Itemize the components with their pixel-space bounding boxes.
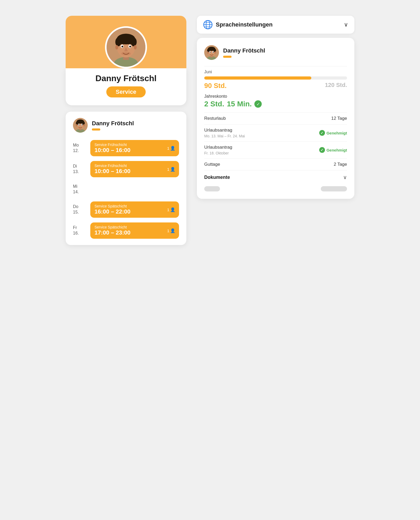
profile-avatar-large (105, 26, 147, 68)
resturlaub-label: Resturlaub (204, 116, 226, 121)
hours-row: 90 Std. 120 Std. (204, 82, 347, 90)
shift-block-fr[interactable]: Service Spätschicht 17:00 – 23:00 1 👤 (90, 222, 179, 239)
urlaubsantrag-1-row: Urlaubsantrag Mo. 13. Mai – Fr. 24. Mai … (204, 128, 347, 138)
guttage-label: Guttage (204, 162, 220, 167)
detail-name: Danny Frötschl (223, 47, 265, 54)
svg-point-11 (122, 46, 123, 47)
urlaubsantrag-1-info: Urlaubsantrag Mo. 13. Mai – Fr. 24. Mai (204, 128, 245, 138)
schedule-row-fr: Fr 16. Service Spätschicht 17:00 – 23:00… (73, 222, 179, 239)
shift-block-mi-empty (90, 182, 179, 197)
dokumente-label: Dokumente (204, 175, 230, 180)
hours-current: 90 Std. (204, 82, 227, 90)
resturlaub-row: Resturlaub 12 Tage (204, 112, 347, 124)
month-section: Juni (204, 70, 347, 74)
schedule-row-di: Di 13. Service Frühschicht 10:00 – 16:00… (73, 161, 179, 177)
detail-service-badge (223, 56, 232, 58)
schedule-profile-info: Danny Frötschl (92, 120, 134, 131)
urlaubsantrag-2-info: Urlaubsantrag Fr. 18. Oktober (204, 145, 232, 155)
schedule-rows: Mo 12. Service Frühschicht 10:00 – 16:00… (73, 140, 179, 239)
svg-point-25 (78, 124, 80, 126)
svg-point-5 (115, 38, 121, 46)
schedule-row-do: Do 15. Service Spätschicht 16:00 – 22:00… (73, 201, 179, 218)
dokumente-row[interactable]: Dokumente ∨ (204, 170, 347, 184)
svg-point-12 (129, 46, 131, 47)
svg-point-40 (214, 51, 216, 54)
urlaubsantrag-1-status: ✓ Genehmigt (319, 130, 347, 136)
svg-point-26 (82, 124, 83, 126)
svg-point-13 (121, 52, 131, 56)
schedule-service-badge (92, 128, 100, 131)
day-label-di: Di 13. (73, 164, 86, 175)
schedule-name: Danny Frötschl (92, 120, 134, 127)
divider-1 (204, 66, 347, 66)
schedule-row-mi: Mi 14. (73, 182, 179, 197)
right-panel: Spracheinstellungen ∨ (197, 16, 354, 199)
guttage-value: 2 Tage (334, 162, 347, 167)
resturlaub-value: 12 Tage (331, 116, 347, 121)
svg-point-6 (131, 38, 137, 46)
jahres-section: Jahreskonto 2 Std. 15 Min. ✓ (204, 94, 347, 108)
urlaubsantrag-2-row: Urlaubsantrag Fr. 18. Oktober ✓ Genehmig… (204, 145, 347, 155)
svg-point-22 (83, 124, 85, 126)
jahres-value: 2 Std. 15 Min. ✓ (204, 100, 347, 108)
chevron-down-icon: ∨ (344, 21, 348, 28)
guttage-row: Guttage 2 Tage (204, 158, 347, 170)
svg-point-21 (76, 124, 77, 126)
urlaubsantrag-1-title: Urlaubsantrag (204, 128, 245, 133)
jahres-label: Jahreskonto (204, 94, 347, 99)
day-label-mi: Mi 14. (73, 184, 86, 195)
check-circle-urlaub1: ✓ (319, 130, 325, 136)
bottom-btn-2[interactable] (321, 186, 347, 191)
detail-profile-info: Danny Frötschl (223, 47, 265, 58)
globe-icon (203, 20, 213, 29)
check-circle-urlaub2: ✓ (319, 147, 325, 153)
schedule-card: Danny Frötschl Mo 12. Service Frühschich… (66, 112, 186, 245)
progress-bar-fill (204, 76, 311, 80)
day-label-fr: Fr 16. (73, 225, 86, 236)
schedule-row-mo: Mo 12. Service Frühschicht 10:00 – 16:00… (73, 140, 179, 156)
progress-bar-container (204, 76, 347, 80)
urlaubsantrag-2-status: ✓ Genehmigt (319, 147, 347, 153)
jahres-mins: 15 Min. (227, 100, 252, 108)
day-label-do: Do 15. (73, 204, 86, 215)
svg-point-7 (115, 45, 118, 50)
day-label-mo: Mo 12. (73, 143, 86, 154)
left-panel: Danny Frötschl Service (66, 16, 186, 245)
shift-block-mo[interactable]: Service Frühschicht 10:00 – 16:00 1 👤 (90, 140, 179, 156)
service-badge: Service (106, 86, 146, 97)
svg-point-8 (134, 45, 137, 50)
detail-profile-row: Danny Frötschl (204, 45, 347, 60)
shift-block-di[interactable]: Service Frühschicht 10:00 – 16:00 1 👤 (90, 161, 179, 177)
language-label: Spracheinstellungen (216, 21, 341, 28)
avatar-small (73, 118, 88, 133)
detail-avatar (204, 45, 219, 60)
svg-point-39 (207, 51, 209, 54)
language-bar[interactable]: Spracheinstellungen ∨ (197, 16, 354, 34)
detail-card: Danny Frötschl Juni 90 Std. 120 Std. Jah… (197, 38, 354, 199)
schedule-profile-row: Danny Frötschl (73, 118, 179, 133)
urlaubsantrag-2: Urlaubsantrag Fr. 18. Oktober ✓ Genehmig… (204, 141, 347, 158)
urlaubsantrag-1-date: Mo. 13. Mai – Fr. 24. Mai (204, 134, 245, 138)
shift-block-do[interactable]: Service Spätschicht 16:00 – 22:00 1 👤 (90, 201, 179, 218)
check-circle-icon: ✓ (254, 100, 262, 108)
urlaubsantrag-2-title: Urlaubsantrag (204, 145, 232, 150)
jahres-hours: 2 Std. (204, 100, 224, 108)
dokumente-chevron-icon: ∨ (343, 174, 347, 180)
svg-point-44 (213, 52, 214, 53)
bottom-buttons (204, 186, 347, 191)
urlaubsantrag-1: Urlaubsantrag Mo. 13. Mai – Fr. 24. Mai … (204, 124, 347, 141)
month-label: Juni (204, 70, 347, 74)
hours-max: 120 Std. (325, 82, 347, 90)
profile-card-top (66, 16, 186, 68)
urlaubsantrag-2-date: Fr. 18. Oktober (204, 151, 232, 155)
profile-name-section: Danny Frötschl Service (66, 68, 186, 105)
svg-point-43 (210, 52, 211, 53)
profile-name-large: Danny Frötschl (96, 74, 157, 83)
bottom-btn-1[interactable] (204, 186, 220, 191)
